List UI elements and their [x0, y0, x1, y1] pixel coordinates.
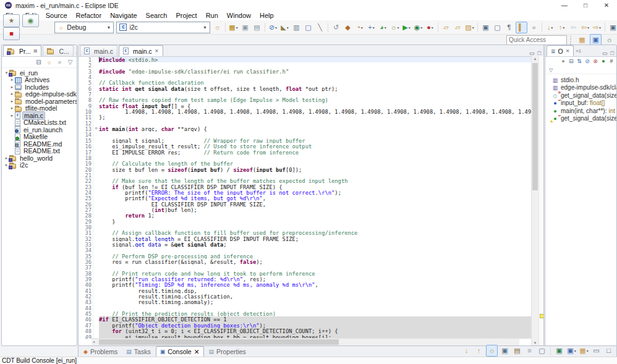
search-brush-icon[interactable]: ▨	[464, 22, 475, 33]
binary-icon[interactable]: ▥	[291, 22, 302, 33]
show-selected-icon[interactable]: ▢	[492, 22, 503, 33]
tree-item-Includes[interactable]: ▸Includes	[2, 83, 77, 91]
hide-non-public-icon[interactable]: ●	[600, 57, 607, 66]
external-tools-icon[interactable]: ☼	[389, 22, 400, 33]
minimize-view-icon[interactable]: ▭	[76, 50, 77, 56]
minimize-view-icon[interactable]: ▭	[602, 50, 608, 56]
tree-arrow-icon[interactable]: ▸	[9, 99, 15, 104]
menu-navigate[interactable]: Navigate	[106, 12, 141, 19]
close-button[interactable]: ✕	[596, 0, 617, 11]
last-edit-location-icon[interactable]: ↓	[545, 22, 555, 33]
maximize-button[interactable]: □	[575, 0, 596, 11]
hide-static-icon[interactable]: ⊗	[592, 57, 599, 66]
tree-item-README.md[interactable]: README.md	[2, 140, 77, 148]
debug-perspective-icon[interactable]: ☼	[604, 35, 615, 45]
explorer-tab-1[interactable]: C...	[43, 45, 73, 56]
bottom-tab-problems[interactable]: ◆Problems	[80, 347, 121, 357]
open-console-icon[interactable]: ▦	[579, 345, 589, 356]
minimize-button[interactable]: —	[554, 0, 575, 11]
debug-tool-button[interactable]: ◉	[22, 14, 39, 27]
bottom-tab-tasks[interactable]: ▤Tasks	[122, 347, 154, 357]
scroll-left-arrow-icon[interactable]: ◂	[93, 339, 95, 345]
quick-access-input[interactable]	[506, 35, 567, 45]
hide-fields-icon[interactable]: ⊘	[584, 57, 591, 66]
tree-item-edge-impulse-sdk[interactable]: ▸edge-impulse-sdk	[2, 91, 77, 98]
clear-console-icon[interactable]: ▢	[537, 345, 547, 356]
outline-item-0[interactable]: ▥stdio.h	[545, 76, 616, 84]
tree-item-Archives[interactable]: ▸Archives	[2, 77, 77, 84]
word-wrap-icon[interactable]: ≡	[524, 345, 535, 356]
tree-arrow-icon[interactable]: ▸	[9, 113, 15, 118]
scroll-to-bottom-icon[interactable]: ↓	[461, 345, 472, 356]
editor-tab-1[interactable]: main.c✕	[119, 45, 163, 56]
fold-marker[interactable]: ⊖	[93, 126, 99, 132]
tree-arrow-icon[interactable]: ▸	[9, 106, 15, 111]
next-edit-location-icon[interactable]: ↑	[556, 22, 567, 33]
maximize-view-icon[interactable]: □	[538, 50, 541, 56]
view-menu-icon[interactable]: ▽	[66, 57, 75, 67]
menu-project[interactable]: Project	[171, 12, 201, 19]
coverage-icon[interactable]: ◕	[378, 22, 388, 33]
launch-target-combo[interactable]: c i2c ▼	[116, 22, 210, 33]
tree-item-README.txt[interactable]: README.txt	[2, 148, 77, 155]
run-icon[interactable]: ▶	[401, 22, 412, 33]
back-disabled-icon[interactable]: ⇦	[568, 22, 579, 33]
show-console-icon[interactable]: ▣	[500, 345, 510, 356]
console-view-icon[interactable]: ▢	[303, 22, 313, 33]
pin-editor-icon[interactable]: ▣	[480, 22, 491, 33]
tree-arrow-icon[interactable]: ▸	[9, 85, 15, 90]
close-icon[interactable]: ✕	[194, 348, 200, 355]
step-filters-icon[interactable]: »	[529, 22, 539, 33]
open-perspective-icon[interactable]: ▦	[577, 35, 587, 45]
menu-refactor[interactable]: Refactor	[72, 12, 106, 19]
skip-breakpoints-icon[interactable]: ⊘	[268, 22, 278, 33]
display-console-icon[interactable]: ▣	[566, 345, 577, 356]
outline-tab[interactable]: ≣O✕	[547, 45, 574, 56]
new-c-file-icon[interactable]: +	[366, 22, 377, 33]
show-whitespace-icon[interactable]: ¶	[504, 22, 514, 33]
new-wizard-icon[interactable]: ▦	[228, 22, 239, 33]
lock-console-icon[interactable]: ▤	[512, 345, 522, 356]
tree-item-hello_world[interactable]: ▸hello_world	[2, 154, 77, 162]
activate-on-output-icon[interactable]: ☼	[486, 345, 498, 357]
launch-config-gear-icon[interactable]: ☼	[212, 22, 223, 33]
explorer-tab-0[interactable]: Pr...⊠	[3, 45, 41, 56]
save-icon[interactable]: ▣	[240, 22, 250, 33]
outline-item-5[interactable]: ●Sget_signal_data(size_t, si	[545, 115, 616, 123]
open-type-icon[interactable]: ▱	[441, 22, 451, 33]
mark-icon[interactable]: ╲	[315, 22, 325, 33]
bottom-tab-console[interactable]: ▣Console✕	[156, 346, 204, 357]
tree-arrow-icon[interactable]: ▸	[9, 91, 15, 96]
back-icon[interactable]: ⇦	[580, 22, 590, 33]
debug-as-icon[interactable]: ◉	[413, 22, 423, 33]
close-icon[interactable]: ✕	[155, 48, 159, 54]
horizontal-scroll-thumb[interactable]	[99, 339, 339, 345]
menu-run[interactable]: Run	[202, 12, 223, 19]
tree-item-model-parameters[interactable]: ▸model-parameters	[2, 98, 77, 105]
tree-item-Makefile[interactable]: Makefile	[2, 133, 77, 141]
menu-window[interactable]: Window	[223, 12, 255, 19]
refresh-icon[interactable]: ↺	[331, 22, 341, 33]
tree-item-ei_run.launch[interactable]: ei_run.launch	[2, 126, 77, 133]
outline-item-4[interactable]: ●main(int, char**) :int	[545, 107, 616, 115]
collapse-all-icon[interactable]: ⊟	[568, 57, 575, 66]
launch-mode-combo[interactable]: ☼ Debug ▼	[54, 22, 114, 33]
scroll-up-arrow-icon[interactable]: ▲	[532, 57, 538, 61]
minimize-view-icon[interactable]: ▭	[529, 50, 535, 56]
tree-arrow-icon[interactable]: ▸	[9, 77, 15, 82]
open-resource-icon[interactable]: ▱	[453, 22, 463, 33]
tree-item-CMakeLists.txt[interactable]: CMakeLists.txt	[2, 119, 77, 127]
profile-icon[interactable]: ◔	[354, 22, 365, 33]
tree-item-ei_run[interactable]: ▾ei_run	[2, 69, 77, 77]
forward-icon[interactable]: ⇨	[592, 22, 602, 33]
scroll-to-top-icon[interactable]: ↑	[474, 345, 484, 356]
code-area[interactable]: 1#include <stdio.h>23#include "edge-impu…	[79, 56, 531, 339]
editor-tab-0[interactable]: main.c	[80, 45, 117, 56]
profile-as-icon[interactable]: ●	[425, 22, 435, 33]
minimize-view-icon[interactable]: ▭	[591, 345, 602, 356]
debug-attach-icon[interactable]: ◆	[343, 22, 353, 33]
build-icon[interactable]: ◣	[279, 22, 290, 33]
close-icon[interactable]: ✕	[566, 48, 570, 54]
view-menu-icon[interactable]: ▽	[548, 66, 554, 75]
vertical-scroll-thumb[interactable]	[532, 63, 538, 190]
